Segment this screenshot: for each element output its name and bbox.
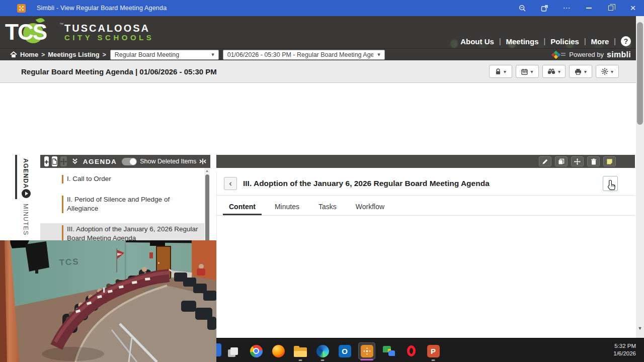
meeting-video-feed: TCS bbox=[0, 240, 216, 362]
chevron-down-icon: ▾ bbox=[207, 51, 214, 58]
document-button[interactable] bbox=[52, 156, 57, 166]
lock-icon bbox=[495, 68, 501, 75]
tab-minutes[interactable]: Minutes bbox=[269, 198, 305, 215]
restore-button[interactable] bbox=[600, 0, 622, 16]
binoculars-icon bbox=[547, 68, 555, 74]
meeting-date-select[interactable]: 01/06/2026 - 05:30 PM - Regular Board Me… bbox=[223, 50, 385, 60]
breadcrumb-separator: > bbox=[103, 51, 106, 58]
agenda-item-2[interactable]: II. Period of Silence and Pledge of Alle… bbox=[40, 194, 204, 215]
simbli-taskbar-icon[interactable] bbox=[358, 342, 375, 359]
firefox-icon[interactable] bbox=[270, 342, 287, 359]
breadcrumb-meetings-listing[interactable]: Meetings Listing bbox=[48, 51, 100, 58]
breadcrumb-separator: > bbox=[41, 51, 45, 58]
agenda-item-1[interactable]: I. Call to Order bbox=[40, 173, 204, 186]
print-dropdown-button[interactable]: ▾ bbox=[569, 65, 592, 78]
taskbar-app-partial[interactable] bbox=[216, 343, 221, 356]
permissions-dropdown-button[interactable]: ▾ bbox=[489, 65, 512, 78]
close-button[interactable]: × bbox=[622, 0, 644, 16]
show-deleted-label: Show Deleted Items bbox=[140, 158, 196, 165]
opera-icon[interactable] bbox=[403, 342, 420, 359]
tab-content[interactable]: Content bbox=[223, 198, 262, 215]
breadcrumb-home[interactable]: Home bbox=[20, 51, 38, 58]
calendar-icon bbox=[521, 68, 528, 75]
logo-trademark: ™ bbox=[59, 22, 63, 27]
site-header: TCS ™ TUSCALOOSA CITY SCHOOLS About Us |… bbox=[0, 16, 644, 48]
search-dropdown-button[interactable]: ▾ bbox=[542, 65, 566, 78]
chrome-icon[interactable] bbox=[248, 342, 265, 359]
tcs-logo[interactable]: TCS ™ TUSCALOOSA CITY SCHOOLS bbox=[5, 19, 154, 45]
detail-item-title: III. Adoption of the January 6, 2026 Reg… bbox=[243, 171, 490, 196]
page-toolbar: ▾ ▾ ▾ ▾ ▾ bbox=[489, 65, 619, 78]
tab-workflow[interactable]: Workflow bbox=[350, 198, 390, 215]
next-item-button[interactable]: › bbox=[603, 176, 618, 191]
side-tab-minutes[interactable]: MINUTES bbox=[22, 204, 29, 235]
task-view-icon[interactable] bbox=[225, 342, 243, 359]
logo-line2: CITY SCHOOLS bbox=[64, 34, 154, 42]
page-scrollbar-thumb[interactable] bbox=[637, 22, 643, 125]
add-item-button[interactable]: + bbox=[44, 156, 49, 166]
popout-window-icon[interactable] bbox=[533, 0, 555, 16]
site-nav: About Us | Meetings | Policies | More | … bbox=[460, 36, 631, 46]
gear-icon bbox=[601, 68, 608, 75]
nav-policies[interactable]: Policies bbox=[550, 37, 579, 46]
taskbar-clock[interactable]: 5:32 PM 1/6/2026 bbox=[613, 342, 636, 357]
side-tab-agenda[interactable]: AGENDA bbox=[22, 158, 29, 189]
previous-item-button[interactable]: ‹ bbox=[224, 177, 237, 190]
page-title: Regular Board Meeting Agenda | 01/06/202… bbox=[21, 67, 217, 76]
agenda-item-text: III. Adoption of the January 6, 2026 Reg… bbox=[67, 225, 198, 242]
tab-tasks[interactable]: Tasks bbox=[312, 198, 343, 215]
collapse-all-button[interactable] bbox=[72, 158, 78, 165]
chevron-down-icon: ▾ bbox=[373, 51, 380, 58]
detail-header: ‹ III. Adoption of the January 6, 2026 R… bbox=[216, 171, 635, 196]
nav-meetings[interactable]: Meetings bbox=[506, 37, 539, 46]
nav-about-us[interactable]: About Us bbox=[460, 37, 494, 46]
chevron-down-icon: ▾ bbox=[584, 69, 587, 74]
copy-button[interactable] bbox=[555, 156, 568, 166]
scroll-down-arrow[interactable]: ▼ bbox=[636, 326, 644, 331]
meeting-type-value: Regular Board Meeting bbox=[115, 51, 180, 58]
minimize-button[interactable] bbox=[578, 0, 600, 16]
simbli-brand-text: simbli bbox=[607, 50, 631, 59]
printer-icon bbox=[575, 68, 582, 75]
zoom-out-icon[interactable] bbox=[511, 0, 533, 16]
edit-button[interactable] bbox=[539, 156, 551, 166]
move-button[interactable] bbox=[571, 156, 584, 166]
calendar-dropdown-button[interactable]: ▾ bbox=[516, 65, 539, 78]
pencil-icon bbox=[542, 158, 548, 165]
window-title: Simbli - View Regular Board Meeting Agen… bbox=[37, 5, 167, 12]
move-icon bbox=[60, 158, 67, 165]
simbli-app-icon bbox=[17, 4, 26, 13]
home-icon[interactable] bbox=[10, 51, 17, 58]
show-deleted-toggle[interactable] bbox=[122, 158, 137, 165]
nav-more[interactable]: More bbox=[591, 37, 609, 46]
agenda-item-text: I. Call to Order bbox=[67, 175, 111, 183]
powerpoint-icon[interactable]: P bbox=[425, 342, 442, 359]
breadcrumb: Home > Meetings Listing > Regular Board … bbox=[0, 48, 644, 60]
detail-toolbar bbox=[216, 155, 635, 168]
edge-icon[interactable] bbox=[314, 342, 331, 359]
agenda-item-text: II. Period of Silence and Pledge of Alle… bbox=[67, 196, 170, 213]
powered-by-simbli[interactable]: Powered by simbli bbox=[551, 50, 631, 59]
nav-separator: | bbox=[499, 37, 501, 45]
detail-tabs: Content Minutes Tasks Workflow bbox=[216, 196, 635, 216]
settings-dropdown-button[interactable]: ▾ bbox=[596, 65, 619, 78]
nav-separator: | bbox=[544, 37, 546, 45]
help-icon[interactable]: ? bbox=[621, 36, 631, 46]
delete-button[interactable] bbox=[587, 156, 600, 166]
agenda-panel-toolbar: + AGENDA Show Deleted Items bbox=[40, 155, 210, 168]
video-wall-logo: TCS bbox=[59, 257, 79, 267]
file-explorer-icon[interactable] bbox=[292, 342, 309, 359]
move-item-button bbox=[60, 156, 67, 166]
meeting-type-select[interactable]: Regular Board Meeting ▾ bbox=[110, 50, 219, 60]
more-options-button[interactable]: ⋯ bbox=[555, 0, 578, 16]
agenda-expand-button[interactable] bbox=[22, 189, 31, 198]
chevron-down-icon: ▾ bbox=[558, 69, 560, 74]
scroll-up-arrow[interactable]: ▲ bbox=[204, 169, 210, 172]
nav-separator: | bbox=[614, 37, 616, 45]
google-chat-icon[interactable] bbox=[380, 342, 397, 359]
collapse-panel-icon[interactable] bbox=[199, 158, 206, 165]
notes-button[interactable] bbox=[603, 156, 616, 166]
outlook-icon[interactable]: O bbox=[336, 342, 353, 359]
agenda-panel-label: AGENDA bbox=[83, 158, 117, 165]
double-chevron-down-icon bbox=[72, 158, 78, 165]
